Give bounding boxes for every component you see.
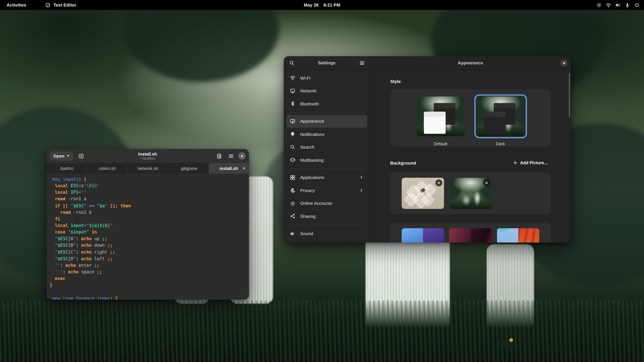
close-window-button[interactable] <box>238 152 246 160</box>
tab-install.sh[interactable]: install.sh✕ <box>209 163 249 174</box>
sidebar-item-label: Bluetooth <box>300 101 319 106</box>
open-button[interactable]: Open <box>50 151 73 161</box>
sidebar-item-sound[interactable]: Sound <box>286 227 367 240</box>
time-label: 8:21 PM <box>324 2 340 7</box>
editor-menu-button[interactable] <box>226 151 235 161</box>
code-line: local IFS='' <box>50 189 249 196</box>
network-icon <box>290 88 296 94</box>
sidebar-item-sharing[interactable]: Sharing <box>286 210 367 223</box>
style-preview-image <box>416 96 465 136</box>
style-preview-dark[interactable] <box>474 94 526 138</box>
sidebar-item-power[interactable]: Power <box>286 240 367 243</box>
focused-app-name: Text Editor <box>53 2 76 7</box>
wifi-icon <box>606 2 612 8</box>
chevron-right-icon <box>359 188 364 193</box>
close-settings-button[interactable] <box>560 59 568 66</box>
remove-background-button[interactable]: ✕ <box>483 179 490 186</box>
sidebar-separator <box>289 168 365 169</box>
tab-network.sh[interactable]: network.sh <box>128 163 168 174</box>
appearance-icon <box>290 118 296 124</box>
applications-icon <box>290 174 296 180</box>
style-option-label: Default <box>434 142 447 146</box>
system-tray[interactable] <box>596 2 640 8</box>
text-editor-window: Open install.sh ~/dotfiles .bashrccolors… <box>46 149 249 300</box>
document-title: install.sh <box>138 151 157 156</box>
remove-background-button[interactable]: ✕ <box>435 179 442 186</box>
code-line: "$ESC[C") echo right ;; <box>50 249 249 255</box>
background-thumbnail-drips-blue-orange[interactable] <box>497 228 539 243</box>
code-line: case "$input" in <box>50 229 249 235</box>
style-preview-image <box>476 96 525 136</box>
sidebar-headerbar: Settings <box>284 56 370 70</box>
code-line: _new_line_foreach_item() { <box>50 295 249 300</box>
code-line: local input="${a}${b}" <box>50 222 249 229</box>
code-line: esac <box>50 275 249 282</box>
sidebar-item-appearance[interactable]: Appearance <box>286 115 367 128</box>
svg-text:@: @ <box>290 201 295 206</box>
tab-.bashrc[interactable]: .bashrc <box>46 163 87 174</box>
code-line: '') echo enter ;; <box>50 262 249 269</box>
code-line: local ESC=$'\033' <box>50 182 249 189</box>
style-preview-default[interactable] <box>414 94 467 138</box>
clock-button[interactable]: May 28 8:21 PM <box>301 0 343 10</box>
preview-front-window <box>424 112 446 134</box>
at-icon: @ <box>290 200 296 206</box>
background-thumbnail-glass-dragon[interactable]: ✕ <box>402 178 444 209</box>
search-icon <box>290 144 296 150</box>
add-tab-icon <box>78 153 84 159</box>
tab-label: install.sh <box>220 166 238 171</box>
sidebar-item-wi-fi[interactable]: Wi-Fi <box>286 71 367 84</box>
dragon-logo-icon <box>415 187 429 197</box>
code-line: read -rsn1 a <box>50 196 249 202</box>
background-thumbnail-hexagons-blue-purple[interactable] <box>402 228 444 243</box>
settings-title: Settings <box>318 60 336 65</box>
code-area[interactable]: _key_input() { local ESC=$'\033' local I… <box>46 174 249 300</box>
tab-bar: .bashrccolors.shnetwork.sh.gitignoreinst… <box>46 163 249 174</box>
style-option-dark[interactable]: Dark <box>474 94 526 146</box>
sidebar-item-label: Notifications <box>300 132 324 137</box>
activities-button[interactable]: Activities <box>4 0 29 10</box>
sidebar-item-label: Sharing <box>300 214 316 219</box>
close-icon <box>562 60 566 65</box>
wallpaper-turtle <box>498 340 514 347</box>
close-tab-icon[interactable]: ✕ <box>242 166 246 171</box>
background-thumbnail-forest-waterfall[interactable]: ✕ <box>449 178 492 209</box>
date-label: May 28 <box>304 2 318 7</box>
wallpaper-foreground <box>0 301 644 362</box>
privacy-icon <box>290 187 296 193</box>
editor-title: install.sh ~/dotfiles <box>138 151 157 161</box>
custom-backgrounds-card: ✕✕ <box>390 172 551 214</box>
sidebar-item-search[interactable]: Search <box>286 141 367 153</box>
multitasking-icon <box>290 157 296 163</box>
editor-headerbar: Open install.sh ~/dotfiles <box>46 149 249 163</box>
scrollbar[interactable] <box>569 73 570 117</box>
add-picture-label: Add Picture… <box>520 161 548 165</box>
settings-search-button[interactable] <box>287 58 296 67</box>
menu-icon <box>228 153 234 159</box>
background-thumbnail-maroon-waves[interactable] <box>449 228 492 243</box>
code-line: _key_input() { <box>50 176 249 182</box>
document-search-button[interactable] <box>214 151 224 161</box>
sidebar-item-label: Appearance <box>300 119 324 123</box>
sidebar-item-privacy[interactable]: Privacy <box>286 184 367 197</box>
sidebar-item-notifications[interactable]: Notifications <box>286 128 367 141</box>
new-tab-button[interactable] <box>77 151 86 161</box>
code-line: read -rsn2 b <box>50 209 249 216</box>
tab-colors.sh[interactable]: colors.sh <box>87 163 127 174</box>
sidebar-item-bluetooth[interactable]: Bluetooth <box>286 97 367 110</box>
sidebar-item-multitasking[interactable]: Multitasking <box>286 153 367 166</box>
sidebar-separator <box>289 225 365 225</box>
code-line: fi <box>50 215 249 222</box>
tab-.gitignore[interactable]: .gitignore <box>168 163 209 174</box>
default-backgrounds-card <box>390 223 551 243</box>
settings-menu-button[interactable] <box>358 58 366 67</box>
bell-icon <box>290 131 296 137</box>
add-picture-button[interactable]: Add Picture… <box>510 158 551 167</box>
sidebar-item-network[interactable]: Network <box>286 84 367 97</box>
focused-app-menu[interactable]: Text Editor <box>43 0 79 10</box>
settings-nav: Wi-FiNetworkBluetoothAppearanceNotificat… <box>284 70 370 243</box>
share-icon <box>290 213 296 219</box>
style-option-default[interactable]: Default <box>414 94 467 146</box>
sidebar-item-online-accounts[interactable]: @Online Accounts <box>286 197 367 210</box>
sidebar-item-applications[interactable]: Applications <box>286 171 367 184</box>
